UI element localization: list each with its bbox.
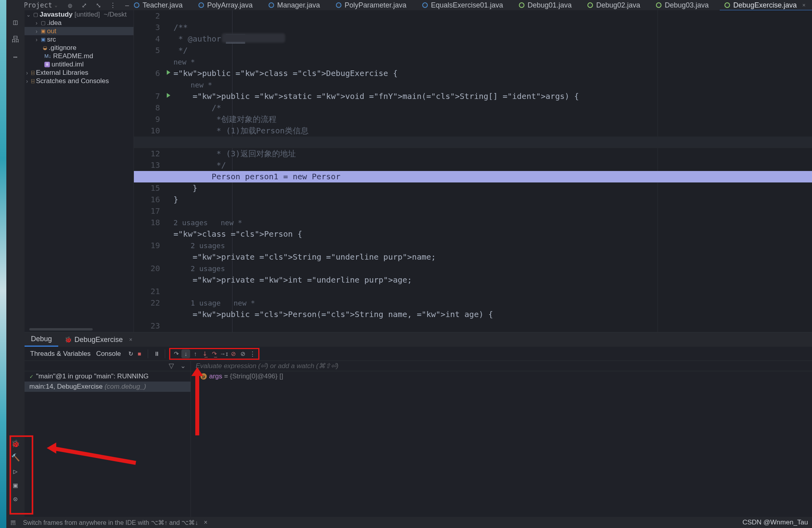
threads-tab[interactable]: Threads & Variables — [25, 350, 96, 358]
smart-step-icon[interactable]: ↷̲ — [210, 349, 219, 358]
iml-icon: iii — [44, 62, 50, 67]
tab-manager[interactable]: Manager.java — [269, 1, 320, 9]
tab-teacher[interactable]: Teacher.java — [134, 1, 183, 9]
frames-header: ▽ ⌄ — [25, 361, 191, 371]
collapse-icon[interactable]: ⤡ — [94, 0, 103, 10]
annotation-arrowhead — [191, 367, 203, 376]
target-icon[interactable]: ◎ — [65, 0, 75, 10]
project-label: Project — [24, 1, 52, 9]
tab-debugexercise[interactable]: 🐞 DebugExercise × — [58, 336, 132, 344]
frame-row[interactable]: main:14, DebugExercise (com.debug_) — [25, 382, 191, 392]
check-icon: ✓ — [29, 374, 34, 380]
annotation-arrowhead — [47, 443, 56, 454]
status-tip: Switch frames from anywhere in the IDE w… — [23, 519, 198, 526]
more-horizontal-icon[interactable]: ⋯ — [10, 51, 21, 63]
java-run-icon — [587, 2, 593, 8]
tab-debug02[interactable]: Debug02.java — [587, 1, 640, 9]
close-icon[interactable]: × — [129, 336, 132, 343]
tree-root[interactable]: ▢ Javastudy [untitled] ~/Deskt — [25, 10, 133, 19]
more-icon[interactable]: ⋮ — [248, 349, 257, 358]
tree-item[interactable]: iiiuntitled.iml — [25, 60, 133, 68]
library-icon: ⌸ — [31, 70, 34, 76]
filter-icon[interactable]: ▽ — [169, 362, 174, 370]
tree-item[interactable]: ◒.gitignore — [25, 44, 133, 52]
java-icon — [269, 2, 274, 8]
tab-debugex[interactable]: DebugExercise.java× — [724, 1, 805, 9]
java-icon — [422, 2, 428, 8]
tab-debug01[interactable]: Debug01.java — [519, 1, 572, 9]
java-icon — [336, 2, 341, 8]
minimize-icon[interactable]: — — [122, 0, 132, 10]
run-tool-icon[interactable]: ▷ — [13, 467, 18, 475]
mute-bp-icon[interactable]: ⊘ — [229, 349, 238, 358]
project-dropdown[interactable]: Project ⌄ — [24, 1, 57, 9]
tree-item[interactable]: ▣out — [25, 27, 133, 35]
tree-scratch[interactable]: ⌸Scratches and Consoles — [25, 77, 133, 85]
code-editor[interactable]: 234567891011121314151617181920212223 /**… — [134, 10, 812, 332]
stop-icon[interactable]: ■ — [135, 349, 144, 358]
tree-item[interactable]: M↓ README.md — [25, 52, 133, 60]
view-bp-icon[interactable]: ⊘ — [238, 349, 247, 358]
debug-panel: Debug 🐞 DebugExercise × Threads & Variab… — [25, 332, 812, 517]
force-step-icon[interactable]: ↓̲ — [200, 349, 209, 358]
annotation-arrow — [195, 372, 199, 435]
tab-debug[interactable]: Debug — [25, 332, 58, 347]
scrollbar[interactable] — [29, 328, 93, 330]
console-tab[interactable]: Console — [96, 350, 126, 358]
structure-icon[interactable]: 品 — [10, 33, 21, 45]
frames-panel[interactable]: ▽ ⌄ ✓ "main"@1 in group "main": RUNNING … — [25, 361, 191, 517]
evaluate-input[interactable]: Evaluate expression (⏎) or add a watch (… — [191, 361, 812, 371]
build-icon[interactable]: 🔨 — [11, 453, 20, 462]
code-body[interactable]: /** * @author ████ */new *="kw">public =… — [173, 10, 812, 320]
tab-polyarray[interactable]: PolyArray.java — [198, 1, 253, 9]
debug-tool-icon[interactable]: 🐞 — [11, 439, 20, 448]
markdown-icon: M↓ — [44, 53, 51, 59]
pause-icon[interactable]: ⏸ — [152, 349, 161, 358]
java-icon — [134, 2, 139, 8]
thread-row[interactable]: ✓ "main"@1 in group "main": RUNNING — [25, 371, 191, 382]
debug-toolbar: Threads & Variables Console ↻ ■ ⏸ ↷ ↓ ↑ … — [25, 347, 812, 361]
tree-item[interactable]: ▢.idea — [25, 19, 133, 27]
step-out-icon[interactable]: ↑ — [191, 349, 200, 358]
close-icon[interactable]: × — [802, 2, 805, 8]
more-icon[interactable]: ⋮ — [108, 0, 118, 10]
bookmark-icon[interactable]: ◫ — [10, 16, 21, 28]
chevron-down-icon: ⌄ — [55, 2, 57, 8]
step-toolbar-annotation: ↷ ↓ ↑ ↓̲ ↷̲ →ɪ ⊘ ⊘ ⋮ — [169, 348, 259, 360]
problems-icon[interactable]: ⊙ — [13, 495, 18, 503]
tab-debug03[interactable]: Debug03.java — [656, 1, 709, 9]
run-to-cursor-icon[interactable]: →ɪ — [219, 349, 228, 358]
variable-row[interactable]: › p args = {String[0]@496} [] — [191, 371, 812, 382]
tree-item[interactable]: ▣src — [25, 35, 133, 44]
expand-icon[interactable]: ⤢ — [80, 0, 89, 10]
git-icon[interactable]: 𝌎 — [10, 519, 16, 526]
java-run-icon — [519, 2, 524, 8]
bug-icon: 🐞 — [65, 336, 72, 343]
project-tree[interactable]: ▢ Javastudy [untitled] ~/Deskt ▢.idea ▣o… — [25, 10, 134, 332]
step-into-icon[interactable]: ↓ — [181, 349, 190, 358]
step-over-icon[interactable]: ↷ — [172, 349, 181, 358]
close-tip-icon[interactable]: × — [204, 519, 207, 526]
java-run-icon — [724, 2, 730, 8]
status-bar: 𝌎 Switch frames from anywhere in the IDE… — [6, 517, 812, 528]
variables-panel[interactable]: Evaluate expression (⏎) or add a watch (… — [191, 361, 812, 517]
tab-polyparam[interactable]: PolyParameter.java — [336, 1, 406, 9]
bottom-tool-rail: 🐞 🔨 ▷ ▣ ⊙ — [6, 435, 25, 515]
terminal-icon[interactable]: ▣ — [13, 481, 18, 489]
rerun-icon[interactable]: ↻ — [126, 349, 135, 358]
debug-tabbar: Debug 🐞 DebugExercise × — [25, 332, 812, 347]
java-icon — [198, 2, 204, 8]
chevron-down-icon[interactable]: ⌄ — [180, 362, 186, 370]
editor-tabs: Teacher.java PolyArray.java Manager.java… — [134, 0, 812, 10]
watermark: CSDN @Wnmen_Tau — [742, 519, 808, 526]
tab-equals[interactable]: EqualsExercise01.java — [422, 1, 503, 9]
tree-ext-libs[interactable]: ⌸External Libraries — [25, 68, 133, 77]
scratch-icon: ⌸ — [31, 78, 34, 84]
java-run-icon — [656, 2, 661, 8]
